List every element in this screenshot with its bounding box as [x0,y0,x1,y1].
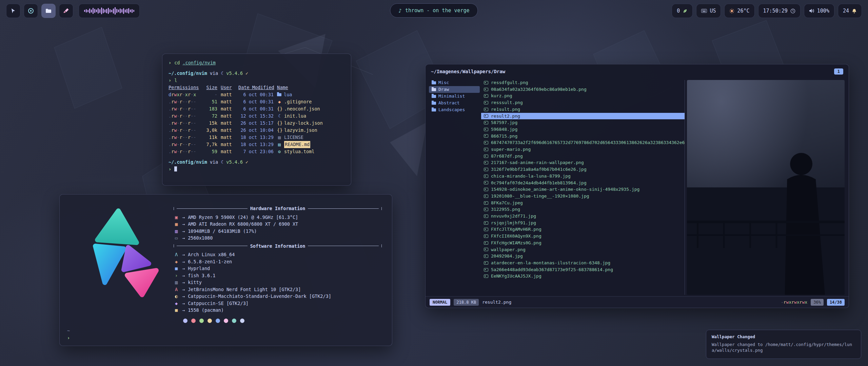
file-name: init.lua [284,113,306,120]
module-tray[interactable]: 0 [672,4,693,18]
file-row[interactable]: FXfcII0X0AQyn9X.png [481,233,685,240]
file-row[interactable]: 5a266e448add93deab367d87173e9f25-6837886… [481,266,685,273]
file-row[interactable]: rsjqojlmjhf91.jpg [481,220,685,226]
file-row[interactable]: wallpaper.png [481,246,685,253]
record-icon [27,7,34,14]
module-keyboard-layout[interactable]: US [696,4,721,18]
file-row[interactable]: 8FKa7Cu.jpeg [481,200,685,206]
file-row[interactable]: nnvuv0xj2df71.jpg [481,213,685,220]
listing-row: .rw-r--r--72matt12 oct 15:32☾init.lua [169,113,345,120]
image-file-icon [484,195,488,198]
fm-body: MiscDrawMinimalistAbstractLandscapes res… [426,79,849,296]
file-row[interactable]: kurz.png [481,93,685,99]
file-name: 5a266e448add93deab367d87173e9f25-6837886… [491,266,613,273]
file-row[interactable]: 0c794faf07de24a4db4d4fb1eb813964.jpg [481,180,685,186]
sidebar-item-abstract[interactable]: Abstract [429,100,480,106]
topbar: ♪ thrown - on the verge 0US26°C17:50:291… [0,0,868,22]
image-file-icon [484,168,488,171]
file-row[interactable]: 08a634fa02a32364f69ebc86a98eb1eb.png [481,86,685,93]
file-row[interactable]: 587597.jpg [481,119,685,126]
mode-badge: NORMAL [430,299,450,306]
file-row[interactable]: 3126f7e9bbf21a8a4af0b67b041c6e26.jpg [481,166,685,173]
module-clock[interactable]: 17:50:29 [758,4,801,18]
file-row[interactable]: FXfcJlTXgAMvH6R.png [481,226,685,233]
media-player-pill[interactable]: ♪ thrown - on the verge [390,3,478,18]
cursor-position-badge: 14/38 [827,299,845,306]
launcher-cursor-button[interactable] [6,4,20,18]
sidebar-item-misc[interactable]: Misc [429,79,480,86]
file-row[interactable]: 154928-odinokoe_anime-art-anime-okno-sin… [481,186,685,193]
fastfetch-window[interactable]: Hardware Information▣→AMD Ryzen 9 5900X … [59,194,392,346]
fetch-shell-prompt[interactable]: ~ › [67,327,73,342]
fetch-row-os: Λ→Arch Linux x86_64 [174,251,382,258]
fetch-row-theme: ◐→Catppuccin-Macchiato-Standard-Lavender… [174,293,382,300]
fetch-info: Hardware Information▣→AMD Ryzen 9 5900X … [172,203,382,337]
prompt-symbol: › [67,334,70,342]
prompt-context-line: ~/.config/nvimvia☾v5.4.6✓ [169,70,345,77]
image-file-icon [484,268,488,271]
file-name: FXfcJlTXgAMvH6R.png [491,226,541,233]
file-row[interactable]: 217167-sad-anime-rain-wallpaper.png [481,159,685,166]
file-name: rsjqojlmjhf91.jpg [491,220,536,226]
file-row[interactable]: result2.png [481,113,685,120]
font-icon: A [174,286,179,293]
image-file-icon [484,221,488,225]
listing-row: .rw-r--r--15kmatt26 oct 15:17{}lazy-lock… [169,120,345,127]
module-weather[interactable]: 26°C [724,4,754,18]
fetch-row-kernel: ◈→6.5.8-zen1-1-zen [174,258,382,265]
moon-file-icon: ☾ [277,113,282,120]
listing-row: .rw-r--r--59matt7 oct 23:06⚙stylua.toml [169,148,345,155]
image-file-icon [484,134,488,138]
keyboard-icon [701,9,707,13]
fetch-row-shell: ›→fish 3.6.1 [174,272,382,279]
image-file-icon [484,215,488,218]
file-row[interactable]: super-mario.png [481,146,685,153]
gpu-icon: ▦ [174,221,179,228]
module-notifications[interactable]: 24 [838,4,862,18]
fm-perms: -rwxrwxrwx [781,300,807,305]
file-row[interactable]: FXfcHgcWIAMzs0G.png [481,240,685,246]
file-row[interactable]: ressdfgult.png [481,79,685,86]
file-row[interactable]: 87r687df.png [481,153,685,160]
file-row[interactable]: 596848.jpg [481,126,685,133]
wallpaper-notification[interactable]: Wallpaper Changed Wallpaper changed to /… [706,330,861,359]
json-file-icon: {} [277,105,282,113]
file-manager-window[interactable]: ~/Imagenes/Wallpapers/Draw 1 MiscDrawMin… [425,64,849,308]
sidebar-item-minimalist[interactable]: Minimalist [429,93,480,100]
launcher-record-button[interactable] [24,4,38,18]
file-row[interactable]: 68747470733a2f2f696d616765732d7769786d70… [481,139,685,146]
file-row[interactable]: re1sult.png [481,106,685,113]
module-volume[interactable]: 100% [804,4,834,18]
terminal-window[interactable]: ›cd.config/nvim ~/.config/nvimvia☾v5.4.6… [162,54,351,186]
file-name: kurz.png [491,93,512,99]
file-row[interactable]: atardecer-en-la-montanas-ilustracion-634… [481,260,685,266]
file-name: 87r687df.png [491,153,523,160]
file-name: 596848.jpg [491,126,517,133]
file-name: lazy-lock.json [284,120,323,127]
listing-row: .rw-r--r--51matt6 oct 00:31◆.gitignore [169,98,345,105]
launcher-brush-button[interactable] [59,4,73,18]
status-check-icon: ✓ [245,70,248,76]
terminal-input-line[interactable]: › [169,166,345,173]
image-file-icon [484,94,488,98]
sidebar-item-draw[interactable]: Draw [429,86,480,93]
file-row[interactable]: 3122955.png [481,206,685,213]
file-row[interactable]: 866715.png [481,133,685,140]
file-row[interactable]: 19201080-__blue-tinge__-1920×1080.jpg [481,193,685,200]
fetch-row-font: A→JetBrainsMono Nerd Font Light 10 [GTK2… [174,286,382,293]
tab-badge[interactable]: 1 [834,68,843,75]
launcher-files-button[interactable] [41,4,56,18]
sidebar-item-landscapes[interactable]: Landscapes [429,106,480,113]
module-value: 17:50:29 [763,8,788,14]
file-row[interactable]: resssult.png [481,99,685,106]
file-row[interactable]: chica-mirando-la-luna-8799.jpg [481,173,685,180]
file-row[interactable]: EeNKYgIUcAAJ5JX.jpg [481,273,685,280]
fm-file-list: ressdfgult.png08a634fa02a32364f69ebc86a9… [481,79,685,296]
file-name: stylua.toml [284,148,314,155]
terminal-color-palette [183,319,382,323]
file-name: result2.png [491,113,520,120]
folder-label: Draw [438,86,449,93]
cursor-icon [10,7,17,14]
file-row[interactable]: 20492984.jpg [481,253,685,260]
md-file-icon: ▤ [277,141,282,148]
